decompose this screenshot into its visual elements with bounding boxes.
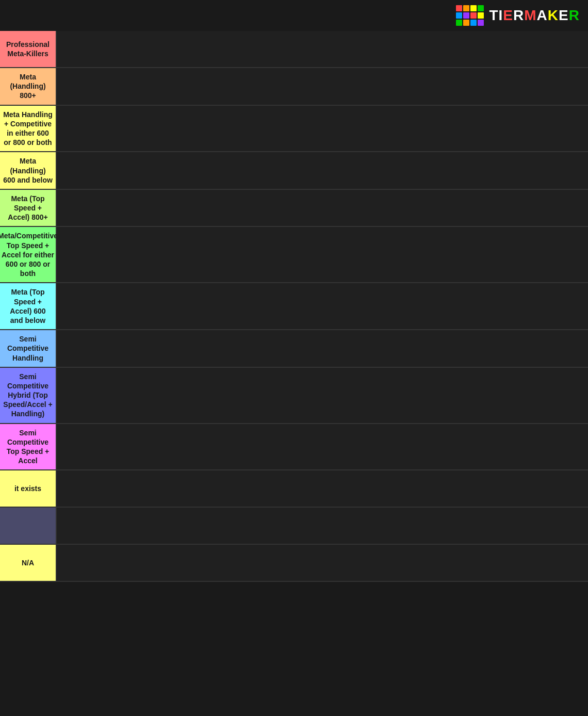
tier-content-professional: [57, 31, 588, 67]
tier-label-meta-handling-600: Meta (Handling) 600 and below: [0, 152, 57, 189]
tier-label-na: N/A: [0, 545, 57, 581]
tier-row-meta-handling-competitive: Meta Handling + Competitive in either 60…: [0, 106, 588, 153]
tier-label-meta-top-speed-600: Meta (Top Speed + Accel) 600 and below: [0, 283, 57, 329]
tier-row-semi-competitive-top-speed: Semi Competitive Top Speed + Accel: [0, 424, 588, 471]
tier-label-semi-competitive-top-speed: Semi Competitive Top Speed + Accel: [0, 424, 57, 470]
tier-row-meta-top-speed-800: Meta (Top Speed + Accel) 800+: [0, 190, 588, 227]
tier-content-meta-competitive-top-speed: [57, 227, 588, 282]
tier-content-semi-competitive-handling: [57, 330, 588, 367]
tier-label-meta-competitive-top-speed: Meta/Competitive Top Speed + Accel for e…: [0, 227, 57, 282]
header: TiERMAKER: [0, 0, 588, 31]
tier-row-meta-top-speed-600: Meta (Top Speed + Accel) 600 and below: [0, 283, 588, 330]
tier-label-semi-competitive-hybrid: Semi Competitive Hybrid (Top Speed/Accel…: [0, 368, 57, 423]
logo-cell-11: [478, 20, 484, 26]
tier-row-meta-handling-600: Meta (Handling) 600 and below: [0, 152, 588, 190]
tier-content-it-exists: [57, 470, 588, 507]
tier-row-professional: Professional Meta-Killers: [0, 31, 588, 68]
logo-cell-2: [470, 5, 477, 11]
tier-row-meta-competitive-top-speed: Meta/Competitive Top Speed + Accel for e…: [0, 227, 588, 283]
logo-cell-5: [463, 12, 469, 19]
tier-content-meta-handling-800: [57, 68, 588, 105]
logo-cell-1: [463, 5, 469, 11]
logo-cell-8: [456, 20, 462, 26]
tier-list: Professional Meta-KillersMeta (Handling)…: [0, 31, 588, 582]
logo-cell-0: [456, 5, 462, 11]
tier-row-meta-handling-800: Meta (Handling) 800+: [0, 68, 588, 106]
tier-content-semi-competitive-hybrid: [57, 368, 588, 423]
tier-row-semi-competitive-hybrid: Semi Competitive Hybrid (Top Speed/Accel…: [0, 368, 588, 424]
logo-text: TiERMAKER: [489, 7, 580, 24]
tier-content-na: [57, 545, 588, 581]
logo-cell-10: [470, 20, 477, 26]
tier-content-meta-handling-600: [57, 152, 588, 189]
tier-content-semi-competitive-top-speed: [57, 424, 588, 470]
tier-label-professional: Professional Meta-Killers: [0, 31, 57, 67]
tier-label-meta-top-speed-800: Meta (Top Speed + Accel) 800+: [0, 190, 57, 226]
tier-content-meta-handling-competitive: [57, 106, 588, 152]
tier-row-na: N/A: [0, 545, 588, 582]
tier-row-it-exists: it exists: [0, 470, 588, 508]
tier-label-semi-competitive-handling: Semi Competitive Handling: [0, 330, 57, 367]
logo-cell-6: [470, 12, 477, 19]
logo-cell-9: [463, 20, 469, 26]
logo-cell-3: [478, 5, 484, 11]
tier-label-meta-handling-competitive: Meta Handling + Competitive in either 60…: [0, 106, 57, 152]
logo: TiERMAKER: [456, 5, 580, 26]
tier-content-meta-top-speed-800: [57, 190, 588, 226]
tier-content-empty: [57, 508, 588, 544]
tier-label-it-exists: it exists: [0, 470, 57, 507]
tier-content-meta-top-speed-600: [57, 283, 588, 329]
tier-label-meta-handling-800: Meta (Handling) 800+: [0, 68, 57, 105]
tier-row-semi-competitive-handling: Semi Competitive Handling: [0, 330, 588, 368]
logo-cell-7: [478, 12, 484, 19]
tier-label-empty: [0, 508, 57, 544]
logo-grid-icon: [456, 5, 484, 26]
logo-cell-4: [456, 12, 462, 19]
tier-row-empty: [0, 508, 588, 545]
